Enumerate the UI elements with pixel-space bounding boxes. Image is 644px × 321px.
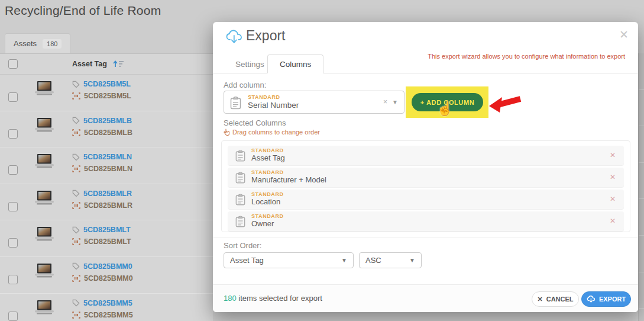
remove-column-icon[interactable]: ✕	[610, 195, 616, 203]
close-icon[interactable]: ✕	[619, 28, 629, 41]
row-checkbox[interactable]	[8, 165, 18, 175]
asset-serial: 5CD825BMLT	[84, 237, 131, 246]
barcode-icon	[72, 312, 80, 319]
selected-option-value: Serial Number	[248, 101, 299, 110]
red-arrow-icon	[488, 94, 522, 117]
modal-footer: 180 items selected for export ✕ CANCEL E…	[213, 284, 638, 312]
clipboard-icon	[235, 216, 245, 229]
selected-column-row[interactable]: STANDARD Location ✕	[228, 190, 624, 209]
row-checkbox[interactable]	[8, 129, 18, 139]
asset-tag-link[interactable]: 5CD825BMLN	[83, 153, 132, 161]
table-row: 5CD825BMLR 5CD825BMLR	[0, 184, 213, 221]
page-title: Recycling/End of Life Room	[5, 4, 161, 18]
tag-icon	[72, 262, 80, 270]
assets-count-badge: 180	[43, 39, 62, 49]
cancel-x-icon: ✕	[537, 296, 542, 303]
table-row: 5CD825BMLB 5CD825BMLB	[0, 111, 213, 148]
asset-thumbnail	[33, 154, 56, 172]
remove-column-icon[interactable]: ✕	[610, 217, 616, 225]
export-button[interactable]: EXPORT	[581, 291, 631, 307]
tab-assets[interactable]: Assets 180	[5, 33, 70, 53]
asset-thumbnail	[33, 118, 56, 136]
table-row: 5CD825BMLT 5CD825BMLT	[0, 220, 213, 257]
chevron-down-icon[interactable]: ▼	[392, 99, 398, 105]
asset-serial: 5CD825BMLR	[84, 201, 132, 210]
tab-columns[interactable]: Columns	[267, 54, 323, 73]
selected-column-row[interactable]: STANDARD Asset Tag ✕	[228, 146, 624, 165]
chevron-down-icon: ▼	[409, 257, 415, 264]
add-column-select[interactable]: STANDARD Serial Number × ▼	[224, 91, 404, 114]
barcode-icon	[72, 275, 80, 282]
row-checkbox[interactable]	[8, 312, 18, 321]
tab-assets-label: Assets	[14, 39, 37, 48]
column-type: STANDARD	[251, 169, 284, 175]
modal-title: Export	[246, 28, 285, 44]
barcode-icon	[72, 202, 80, 209]
sort-field-select[interactable]: Asset Tag ▼	[224, 252, 354, 268]
drag-hint: Drag columns to change order	[224, 129, 320, 136]
asset-thumbnail	[33, 191, 56, 208]
divider	[213, 237, 638, 238]
cancel-button[interactable]: ✕ CANCEL	[532, 291, 579, 307]
asset-serial: 5CD825BMM0	[84, 274, 133, 283]
tag-icon	[72, 153, 80, 161]
wizard-help-text: This export wizard allows you to configu…	[428, 53, 625, 60]
barcode-icon	[72, 129, 80, 136]
drag-hand-icon	[224, 129, 229, 136]
remove-column-icon[interactable]: ✕	[610, 151, 616, 159]
asset-tag-link[interactable]: 5CD825BMLT	[83, 226, 131, 234]
asset-thumbnail	[33, 227, 56, 245]
screen: { "page": { "title": "Recycling/End of L…	[0, 0, 644, 321]
chevron-down-icon: ▼	[341, 257, 347, 264]
column-header-asset-tag[interactable]: Asset Tag	[72, 60, 107, 68]
clear-selection-icon[interactable]: ×	[383, 98, 387, 106]
table-row: 5CD825BMLN 5CD825BMLN	[0, 147, 213, 184]
tag-icon	[72, 81, 80, 88]
column-type: STANDARD	[251, 147, 284, 153]
asset-tag-link[interactable]: 5CD825BMM0	[83, 262, 132, 271]
table-header-row: Asset Tag	[0, 54, 213, 75]
select-all-checkbox[interactable]	[8, 59, 18, 69]
tag-icon	[72, 117, 80, 124]
selected-column-row[interactable]: STANDARD Manufacturer + Model ✕	[228, 168, 624, 187]
export-label: EXPORT	[599, 296, 626, 303]
column-name: Asset Tag	[251, 153, 285, 162]
table-right-edge	[638, 53, 644, 321]
barcode-icon	[72, 92, 80, 99]
row-checkbox[interactable]	[8, 202, 18, 211]
column-type: STANDARD	[251, 191, 284, 197]
sort-direction-select[interactable]: ASC ▼	[359, 252, 422, 268]
row-checkbox[interactable]	[8, 92, 18, 102]
sort-direction-value: ASC	[365, 256, 381, 265]
clipboard-icon	[230, 97, 241, 112]
asset-tag-link[interactable]: 5CD825BMLR	[83, 190, 132, 198]
asset-serial: 5CD825BMLB	[84, 129, 132, 137]
export-count-text: 180 items selected for export	[224, 294, 322, 303]
tag-icon	[72, 299, 80, 307]
asset-thumbnail	[33, 300, 56, 318]
asset-serial: 5CD825BMLN	[84, 165, 132, 173]
clipboard-icon	[235, 150, 245, 163]
cancel-label: CANCEL	[546, 296, 574, 303]
sort-field-value: Asset Tag	[230, 256, 264, 265]
column-name: Location	[251, 197, 280, 206]
asset-tag-link[interactable]: 5CD825BMLB	[83, 117, 132, 125]
column-name: Manufacturer + Model	[251, 175, 326, 184]
clipboard-icon	[235, 172, 245, 185]
export-count: 180	[224, 294, 237, 303]
selected-column-row[interactable]: STANDARD Owner ✕	[228, 211, 624, 231]
cloud-download-icon	[226, 30, 242, 47]
hand-cursor-icon: ☝	[436, 101, 454, 117]
sort-asc-icon[interactable]	[112, 59, 124, 70]
row-checkbox[interactable]	[8, 238, 18, 248]
remove-column-icon[interactable]: ✕	[610, 173, 616, 181]
row-checkbox[interactable]	[8, 275, 18, 284]
column-name: Owner	[251, 219, 274, 228]
barcode-icon	[72, 165, 80, 172]
asset-tag-link[interactable]: 5CD825BMM5	[83, 299, 132, 307]
barcode-icon	[72, 238, 80, 245]
clipboard-icon	[235, 194, 245, 207]
asset-tag-link[interactable]: 5CD825BM5L	[83, 80, 131, 88]
tag-icon	[72, 226, 80, 234]
tag-icon	[72, 190, 80, 197]
